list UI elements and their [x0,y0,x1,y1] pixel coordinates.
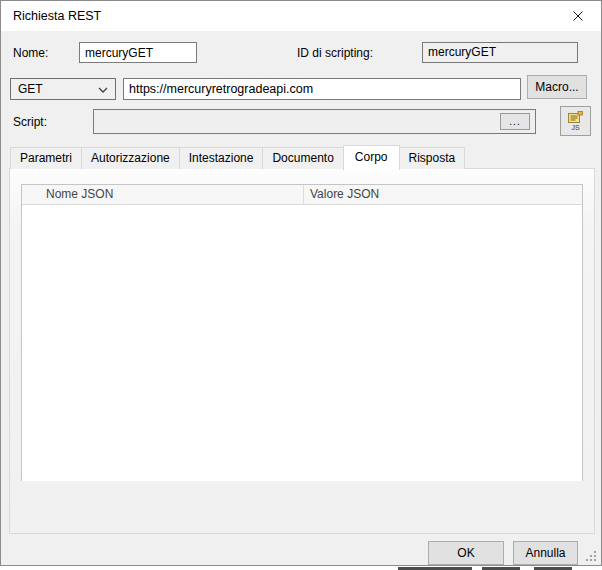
cancel-button[interactable]: Annulla [513,541,578,565]
tab-corpo[interactable]: Corpo [343,145,400,170]
name-label: Nome: [13,46,48,60]
macro-button[interactable]: Macro... [527,75,587,99]
dialog-title: Richiesta REST [13,1,101,31]
json-grid-header: Nome JSON Valore JSON [22,185,582,205]
script-field[interactable]: ... [93,109,536,134]
scripting-id-label: ID di scripting: [297,46,373,60]
rest-request-dialog: Richiesta REST Nome: ID di scripting: me… [0,0,602,566]
tab-risposta[interactable]: Risposta [399,147,466,169]
titlebar: Richiesta REST [1,1,601,31]
script-browse-button[interactable]: ... [500,113,530,130]
url-input[interactable] [123,78,521,100]
name-input[interactable] [79,42,197,63]
json-grid: Nome JSON Valore JSON [21,184,583,481]
close-button[interactable] [555,1,601,30]
script-label: Script: [13,115,47,129]
tab-intestazione[interactable]: Intestazione [179,147,264,169]
close-icon [572,10,584,22]
tab-documento[interactable]: Documento [262,147,343,169]
tab-parametri[interactable]: Parametri [10,147,82,169]
ok-button[interactable]: OK [428,541,504,565]
http-method-value: GET [18,79,43,99]
js-badge-label: JS [571,125,579,131]
tabstrip: Parametri Autorizzazione Intestazione Do… [10,144,464,169]
chevron-down-icon [98,87,108,93]
json-grid-body[interactable] [22,205,582,481]
js-script-icon [567,111,584,124]
resize-grip[interactable] [584,549,597,562]
screen: Richiesta REST Nome: ID di scripting: me… [0,0,602,570]
http-method-select[interactable]: GET [10,78,116,100]
js-script-button[interactable]: JS [560,106,591,136]
scripting-id-value: mercuryGET [422,42,578,63]
tab-autorizzazione[interactable]: Autorizzazione [81,147,180,169]
background-window-sliver [0,566,602,570]
column-header-nome-json[interactable]: Nome JSON [22,185,304,204]
column-header-valore-json[interactable]: Valore JSON [304,185,582,204]
